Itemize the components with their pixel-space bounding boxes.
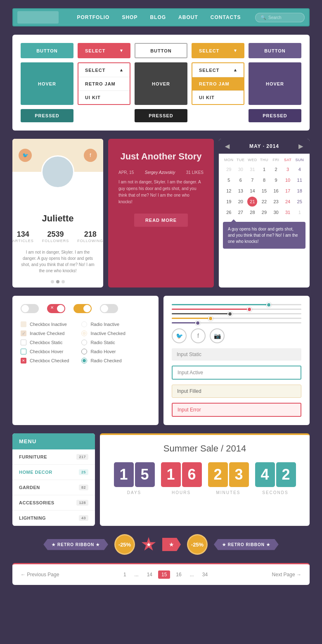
toggle-knob-red — [57, 305, 64, 312]
teal-hover-button[interactable]: HOVER — [21, 62, 73, 105]
input-filled[interactable]: Input Filled — [172, 385, 301, 398]
menu-item-garden[interactable]: GARDEN 82 — [12, 480, 95, 495]
menu-item-accessories[interactable]: ACCESSORIES 128 — [12, 495, 95, 511]
slider-track-4[interactable] — [172, 318, 301, 319]
badge-orange-2: -25% — [187, 534, 208, 555]
menu-badge-accessories: 128 — [76, 500, 88, 506]
nav-portfolio[interactable]: PORTFOLIO — [77, 14, 109, 20]
twitter-social-icon[interactable]: 🐦 — [172, 328, 187, 343]
prev-page-button[interactable]: ← Previous Page — [21, 572, 59, 577]
profile-name: Juliette — [12, 211, 103, 226]
blog-excerpt: I am not in danger, Skyler. I am the dan… — [118, 179, 204, 205]
facebook-social-icon[interactable]: f — [191, 328, 206, 343]
slider-teal — [172, 304, 301, 305]
pagination-panel: ← Previous Page 1 ... 14 15 16 ... 34 Ne… — [12, 563, 310, 585]
radio-inactive[interactable] — [81, 321, 87, 327]
calendar-grid: MON TUE WED THU FRI SAT SUN 29 30 31 1 2… — [219, 154, 310, 220]
radio-checked[interactable] — [81, 358, 87, 364]
page-34[interactable]: 34 — [200, 571, 210, 578]
page-numbers: 1 ... 14 15 16 ... 34 — [121, 570, 210, 579]
nav-blog[interactable]: BLOG — [150, 14, 166, 20]
purple-pressed-button[interactable]: PRESSED — [249, 109, 301, 122]
dot-2[interactable] — [56, 280, 59, 283]
input-error[interactable]: Input Error — [172, 403, 301, 417]
page-1[interactable]: 1 — [121, 571, 129, 578]
nav-about[interactable]: ABOUT — [178, 14, 198, 20]
radio-static-label: Radio Static — [90, 340, 115, 345]
page-14[interactable]: 14 — [144, 571, 155, 578]
page-16[interactable]: 16 — [173, 571, 184, 578]
countdown-day-1: 1 — [114, 462, 134, 487]
cal-prev[interactable]: ◀ — [225, 143, 230, 150]
search-placeholder: Search — [268, 15, 282, 20]
select-dropdown-orange-open: SELECT ▴ RETRO JAM UI KIT — [192, 62, 244, 105]
slider-track-2[interactable] — [172, 309, 301, 310]
purple-hover-button[interactable]: HOVER — [249, 62, 301, 105]
checkbox-hover[interactable] — [21, 349, 26, 354]
toggle-off[interactable] — [21, 304, 39, 313]
dot-3[interactable] — [62, 280, 65, 283]
countdown-day-2: 5 — [135, 462, 155, 487]
page-15-active[interactable]: 15 — [158, 570, 170, 579]
select-box-red[interactable]: SELECT ▾ — [78, 43, 130, 58]
slider-track-1[interactable] — [172, 304, 301, 305]
radio-inactive2[interactable] — [81, 330, 87, 336]
nav-contacts[interactable]: CONTACTS — [211, 14, 241, 20]
stat-articles: 134 ARTICLES — [12, 230, 34, 243]
orange-dropdown-retro[interactable]: RETRO JAM — [192, 77, 244, 91]
profile-card: 🐦 f Juliette 134 ARTICLES 2539 FOLLOWERS — [12, 139, 103, 288]
checkbox-static[interactable] — [21, 340, 26, 345]
slider-knob-5[interactable] — [195, 321, 200, 326]
toggle-on-red[interactable]: ✕ — [47, 304, 65, 313]
checkbox-checked[interactable]: ✕ — [21, 358, 26, 364]
teal-pressed-button[interactable]: PRESSED — [21, 109, 73, 122]
input-static[interactable]: Input Static — [172, 348, 301, 361]
calendar-card: ◀ MAY · 2014 ▶ MON TUE WED THU FRI SAT S… — [219, 139, 310, 288]
slider-knob-4[interactable] — [208, 316, 213, 321]
nav-shop[interactable]: SHOP — [122, 14, 137, 20]
twitter-icon: 🐦 — [22, 152, 28, 158]
slider-knob-2[interactable] — [247, 307, 252, 312]
countdown-numbers: 1 5 DAYS 1 6 HOURS 2 3 — [112, 462, 297, 495]
dot-1[interactable] — [51, 280, 54, 283]
select-dropdown-red[interactable]: SELECT ▾ — [78, 43, 130, 58]
radio-static[interactable] — [81, 340, 87, 345]
nav-search[interactable]: 🔍 Search — [255, 13, 305, 22]
orange-dropdown-uikit[interactable]: UI KIT — [192, 91, 244, 104]
radio-inactive2-label: Inactive Checked — [90, 331, 125, 336]
checkbox-inactive[interactable] — [21, 321, 26, 327]
next-page-button[interactable]: Next Page → — [272, 572, 301, 577]
badge-orange-1: -25% — [114, 534, 135, 555]
slider-track-5[interactable] — [172, 322, 301, 323]
cal-next[interactable]: ▶ — [298, 143, 303, 150]
select-box-orange[interactable]: SELECT ▾ — [192, 43, 244, 58]
toggle-on-orange[interactable] — [73, 304, 92, 313]
countdown-panel: Summer Sale / 2014 1 5 DAYS 1 6 HOURS — [100, 433, 310, 526]
teal-button[interactable]: BUTTON — [21, 43, 73, 58]
menu-item-lightning[interactable]: LIGHTNING 43 — [12, 511, 95, 526]
instagram-social-icon[interactable]: 📷 — [210, 328, 225, 343]
slider-track-3[interactable] — [172, 313, 301, 314]
black-hover-button[interactable]: HOVER — [135, 62, 187, 105]
slider-knob-1[interactable] — [266, 302, 271, 307]
read-more-button[interactable]: READ MORE — [134, 214, 188, 227]
dropdown-item-retro[interactable]: RETRO JAM — [78, 77, 130, 91]
menu-item-homedecor[interactable]: HOME DECOR 25 — [12, 465, 95, 480]
input-active[interactable]: Input Active — [172, 366, 301, 380]
countdown-title: Summer Sale / 2014 — [112, 443, 297, 454]
slider-knob-3[interactable] — [227, 311, 232, 316]
radio-hover-item: Radio Hover — [81, 349, 125, 354]
checkbox-inactive-item: Checkbox Inactive — [21, 321, 69, 327]
radio-hover[interactable] — [81, 349, 87, 354]
menu-item-furniture[interactable]: FURNITURE 217 — [12, 449, 95, 465]
purple-button[interactable]: BUTTON — [249, 43, 301, 58]
facebook-button[interactable]: f — [84, 149, 97, 162]
select-box-orange-wrap[interactable]: SELECT ▾ — [192, 43, 244, 58]
twitter-button[interactable]: 🐦 — [19, 149, 32, 162]
toggle-off-2[interactable] — [100, 304, 118, 313]
dropdown-item-uikit[interactable]: UI KIT — [78, 91, 130, 104]
checkbox-inactive2[interactable]: ✓ — [21, 330, 26, 336]
outline-button[interactable]: BUTTON — [135, 43, 187, 58]
black-pressed-button[interactable]: PRESSED — [135, 109, 187, 122]
inputs-panel: 🐦 f 📷 Input Static Input Active Input Fi… — [163, 296, 310, 425]
